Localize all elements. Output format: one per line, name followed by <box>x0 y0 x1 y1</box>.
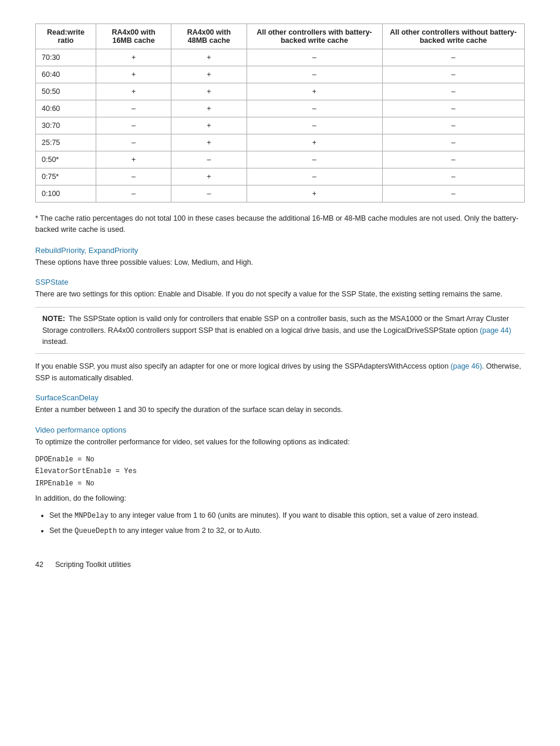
video-additional-label: In addition, do the following: <box>35 493 525 504</box>
section-heading-rebuild-priority: RebuildPriority, ExpandPriority <box>35 246 525 255</box>
table-cell: 0:100 <box>36 185 96 202</box>
bullet-pre: Set the <box>49 511 75 519</box>
table-cell: – <box>382 100 524 117</box>
col-header-ra16mb: RA4x00 with 16MB cache <box>96 24 171 49</box>
table-cell: + <box>171 49 247 66</box>
code-line: IRPEnable = No <box>35 478 525 490</box>
video-bullet-list: Set the MNPDelay to any integer value fr… <box>49 510 525 536</box>
table-cell: + <box>171 134 247 151</box>
table-cell: 30:70 <box>36 117 96 134</box>
table-cell: – <box>382 185 524 202</box>
bullet-pre: Set the <box>49 526 75 535</box>
surface-scan-body: Enter a number between 1 and 30 to speci… <box>35 404 525 416</box>
table-cell: – <box>96 185 171 202</box>
table-cell: – <box>247 66 382 83</box>
note-text2: instead. <box>42 337 68 346</box>
table-cell: – <box>382 134 524 151</box>
table-cell: – <box>96 168 171 185</box>
note-box: NOTE:The SSPState option is valid only f… <box>35 307 525 354</box>
table-cell: – <box>96 100 171 117</box>
col-header-read-write: Read:write ratio <box>36 24 96 49</box>
table-cell: – <box>96 134 171 151</box>
table-cell: – <box>247 151 382 168</box>
table-cell: 70:30 <box>36 49 96 66</box>
ssp-state-body: There are two settings for this option: … <box>35 289 525 300</box>
page-footer: 42 Scripting Toolkit utilities <box>35 561 525 569</box>
table-cell: + <box>96 83 171 100</box>
table-cell: + <box>96 66 171 83</box>
table-cell: – <box>247 168 382 185</box>
code-line: DPOEnable = No <box>35 454 525 465</box>
note-label: NOTE: <box>42 315 65 323</box>
table-cell: – <box>247 100 382 117</box>
table-cell: – <box>171 185 247 202</box>
table-cell: – <box>382 49 524 66</box>
table-cell: + <box>171 117 247 134</box>
col-header-battery-backed: All other controllers with battery-backe… <box>247 24 382 49</box>
bullet-code: QueueDepth <box>75 527 117 535</box>
bullet-item: Set the QueueDepth to any integer value … <box>49 525 525 537</box>
bullet-post: to any integer value from 1 to 60 (units… <box>109 511 479 519</box>
table-cell: + <box>247 134 382 151</box>
col-header-no-battery: All other controllers without battery-ba… <box>382 24 524 49</box>
page-number: 42 <box>35 561 43 569</box>
video-performance-intro: To optimize the controller performance f… <box>35 437 525 448</box>
read-write-ratio-table: Read:write ratio RA4x00 with 16MB cache … <box>35 23 525 202</box>
table-cell: – <box>382 151 524 168</box>
bullet-item: Set the MNPDelay to any integer value fr… <box>49 510 525 522</box>
table-cell: 40:60 <box>36 100 96 117</box>
bullet-post: to any integer value from 2 to 32, or to… <box>117 526 262 535</box>
rebuild-priority-body: These options have three possible values… <box>35 257 525 268</box>
ssp-enable-body: If you enable SSP, you must also specify… <box>35 361 525 384</box>
table-cell: – <box>247 49 382 66</box>
section-heading-ssp-state: SSPState <box>35 278 525 286</box>
code-line: ElevatorSortEnable = Yes <box>35 465 525 477</box>
section-heading-video-performance: Video performance options <box>35 426 525 434</box>
table-cell: – <box>171 151 247 168</box>
table-cell: + <box>171 83 247 100</box>
table-cell: – <box>382 117 524 134</box>
table-cell: 25:75 <box>36 134 96 151</box>
table-cell: 50:50 <box>36 83 96 100</box>
ssp-enable-link[interactable]: (page 46) <box>451 362 483 370</box>
table-cell: 60:40 <box>36 66 96 83</box>
table-cell: + <box>96 151 171 168</box>
table-cell: 0:75* <box>36 168 96 185</box>
table-cell: – <box>96 117 171 134</box>
table-cell: + <box>96 49 171 66</box>
section-heading-surface-scan: SurfaceScanDelay <box>35 393 525 402</box>
table-cell: – <box>382 83 524 100</box>
table-cell: – <box>382 66 524 83</box>
footer-label: Scripting Toolkit utilities <box>55 561 131 569</box>
table-cell: + <box>171 168 247 185</box>
table-cell: – <box>247 117 382 134</box>
col-header-ra48mb: RA4x00 with 48MB cache <box>171 24 247 49</box>
table-cell: + <box>171 66 247 83</box>
note-text: The SSPState option is valid only for co… <box>42 315 509 334</box>
table-cell: + <box>171 100 247 117</box>
table-cell: + <box>247 185 382 202</box>
table-cell: + <box>247 83 382 100</box>
table-footnote: * The cache ratio percentages do not tot… <box>35 213 525 235</box>
note-link[interactable]: (page 44) <box>480 326 511 335</box>
ssp-enable-pre: If you enable SSP, you must also specify… <box>35 362 451 370</box>
table-cell: 0:50* <box>36 151 96 168</box>
table-cell: – <box>382 168 524 185</box>
bullet-code: MNPDelay <box>75 512 109 520</box>
video-code-block: DPOEnable = NoElevatorSortEnable = YesIR… <box>35 454 525 490</box>
